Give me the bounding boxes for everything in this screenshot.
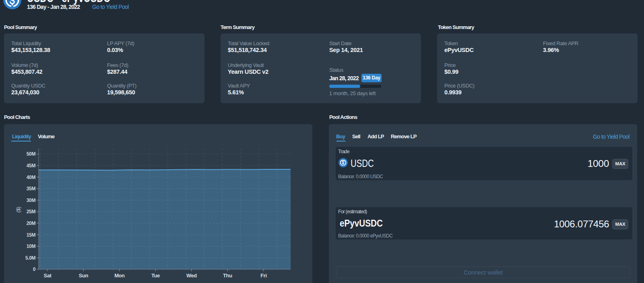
svg-text:Sun: Sun [79,273,89,279]
svg-text:20M: 20M [27,221,36,226]
svg-text:Sat: Sat [43,273,52,279]
svg-text:5.0M: 5.0M [25,255,35,261]
svg-text:Thu: Thu [223,273,232,279]
svg-text:35M: 35M [27,186,36,191]
svg-text:10M: 10M [27,243,36,249]
svg-text:45M: 45M [27,163,36,169]
svg-text:0: 0 [33,266,36,272]
svg-text:Wed: Wed [186,273,197,279]
svg-text:15M: 15M [27,232,36,238]
svg-text:30M: 30M [27,198,36,203]
svg-text:Fri: Fri [260,273,266,279]
svg-text:50M: 50M [27,151,36,157]
svg-text:($): ($) [16,207,21,213]
svg-text:25M: 25M [27,209,36,214]
svg-text:40M: 40M [27,175,36,180]
svg-text:Tue: Tue [151,273,160,279]
svg-text:Mon: Mon [114,273,125,279]
